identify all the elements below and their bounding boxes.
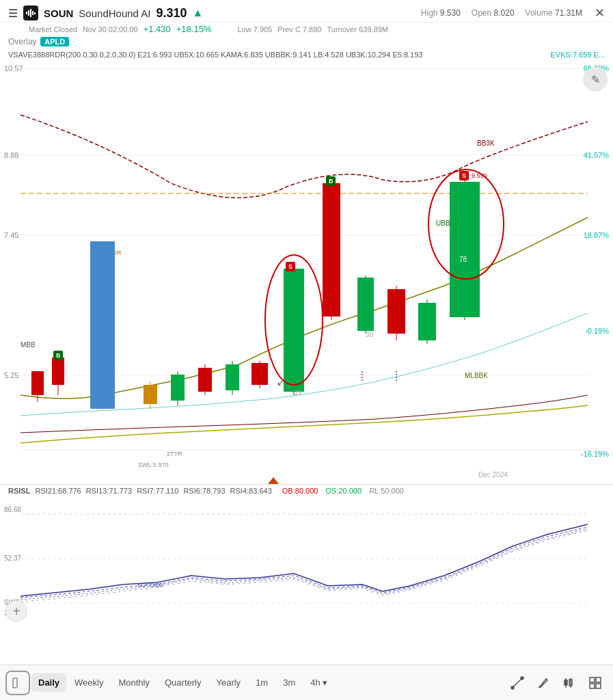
rsi-main-label: RSISL (8, 487, 30, 495)
svg-text:↙: ↙ (277, 377, 284, 388)
indicator-bar: VSAVE3888RDR(200.0,30.0,2.0,30.0) E21:6.… (0, 49, 613, 60)
indicator-text: VSAVE3888RDR(200.0,30.0,2.0,30.0) E21:6.… (8, 51, 422, 59)
svg-rect-54 (596, 684, 601, 688)
svg-text:S: S (288, 263, 292, 270)
candle-1 (31, 371, 44, 395)
svg-rect-0 (26, 12, 27, 14)
candle-6 (198, 368, 212, 392)
draw-line-button[interactable] (505, 671, 530, 695)
svg-rect-1 (28, 10, 29, 16)
main-chart[interactable]: 10.57 8.88 7.45 5.25 68.60% 41.57% 18.87… (0, 60, 613, 484)
svg-text:78: 78 (459, 256, 467, 263)
evks-label: EVKS:7.659 E... (551, 51, 605, 59)
rsi-label-bar: RSISL RSI21:68.776 RSI13:71.773 RSI7:77.… (0, 485, 613, 497)
rsi6-val: RSI6:78.793 (183, 487, 225, 495)
grid-layout-button[interactable] (583, 671, 608, 695)
candle-14-big (450, 182, 480, 317)
market-date: Nov 30 02:00:00 (83, 25, 138, 33)
add-indicator-button[interactable]: + (5, 600, 27, 622)
svg-text:B: B (56, 352, 61, 359)
rsi4-val: RSI4:83.643 (230, 487, 272, 495)
svg-rect-44 (13, 678, 17, 688)
candle-7-green (226, 364, 239, 390)
svg-rect-53 (590, 684, 595, 688)
rsi13-val: RSI13:71.773 (86, 487, 132, 495)
4h-button[interactable]: 4h ▾ (303, 673, 334, 692)
bb3k-line (21, 115, 588, 198)
ticker-symbol[interactable]: SOUN (44, 8, 73, 19)
candle-10 (323, 183, 340, 317)
quarterly-button[interactable]: Quarterly (158, 673, 208, 692)
candle-9-big (284, 269, 304, 392)
svg-rect-51 (590, 677, 595, 682)
turnover-stat: Turnover 639.89M (327, 25, 387, 33)
price-change-pct: +18.15% (176, 24, 212, 34)
candle-8 (251, 363, 268, 385)
candle-11 (357, 278, 374, 331)
header-row2: Market Closed Nov 30 02:00:00 +1.430 +18… (0, 23, 613, 34)
overlay-bar: Overlay APLD (0, 34, 613, 49)
open-stat: Open 8.020 (472, 8, 515, 18)
svg-text:52.37: 52.37 (4, 554, 21, 562)
mlbbk-label: MLBBK (465, 372, 488, 379)
stock-logo (23, 5, 38, 21)
company-name: SoundHound AI (79, 8, 150, 19)
svg-rect-52 (596, 677, 601, 682)
1m-button[interactable]: 1m (249, 673, 275, 692)
rsi7-val: RSI7:77.110 (137, 487, 178, 495)
yearly-button[interactable]: Yearly (209, 673, 247, 692)
candlestick-type-button[interactable] (557, 671, 582, 695)
candle-orange (144, 385, 157, 404)
rsi-rl: RL:50.000 (369, 487, 404, 495)
candle-5-green (171, 375, 185, 401)
expand-button[interactable] (5, 671, 30, 695)
overlay-tag[interactable]: APLD (40, 37, 69, 46)
high-stat: High 9.530 (421, 8, 461, 18)
svg-text:2TTR: 2TTR (167, 450, 182, 457)
bottom-toolbar: Daily Weekly Monthly Quarterly Yearly 1m… (0, 664, 613, 700)
rsi-ob: OB:80.000 (282, 487, 318, 495)
daily-button[interactable]: Daily (31, 673, 66, 692)
price-stats: High 9.530 Open 8.020 Volume 71.31M (421, 8, 582, 18)
prevc-stat: Prev C 7.880 (277, 25, 321, 33)
candle-12 (387, 289, 405, 334)
low-stat: Low 7.905 (237, 25, 272, 33)
mbb-text: MBB (21, 341, 36, 349)
svg-text:B: B (329, 178, 333, 185)
svg-rect-3 (32, 11, 33, 15)
draw-pen-button[interactable] (531, 671, 556, 695)
svg-text:39: 39 (294, 389, 302, 396)
triangle-marker (268, 477, 279, 484)
current-price: 9.310 (156, 6, 187, 21)
chart-svg: BB3K UBBBK MLBBK MBB RDR B (0, 60, 613, 484)
svg-rect-2 (30, 9, 31, 17)
dec-label: Dec 2024 (478, 471, 508, 479)
chart-edit-button[interactable]: ✎ (583, 67, 608, 92)
svg-text:SWL:5.970: SWL:5.970 (138, 461, 169, 468)
rsi-line-4 (21, 530, 588, 602)
candle-blue (90, 241, 115, 409)
rsi-line-3 (21, 529, 588, 600)
svg-point-45 (511, 686, 514, 689)
menu-icon[interactable]: ☰ (8, 7, 18, 20)
3m-button[interactable]: 3m (276, 673, 302, 692)
price-arrow: ▲ (192, 7, 203, 19)
market-status: Market Closed (29, 25, 77, 33)
svg-text:YI2*7X50: YI2*7X50 (137, 582, 163, 589)
header-row1: ☰ SOUN SoundHound AI 9.310 ▲ High 9.530 … (0, 0, 613, 23)
rsi-panel: RSISL RSI21:68.776 RSI13:71.773 RSI7:77.… (0, 484, 613, 628)
rsi-svg: YI2*7X50 86.68 52.37 SWT 18.06 (0, 497, 613, 617)
bb3k-label: BB3K (477, 139, 495, 147)
rsi-line-main (21, 524, 588, 596)
price-change: +1.430 (144, 24, 171, 34)
svg-point-46 (521, 677, 523, 679)
weekly-button[interactable]: Weekly (68, 673, 110, 692)
svg-rect-4 (34, 12, 36, 14)
svg-text:S: S (462, 172, 466, 179)
svg-rect-48 (564, 680, 567, 685)
svg-text:38: 38 (366, 331, 374, 338)
close-button[interactable]: ✕ (595, 5, 605, 21)
candle-2 (52, 358, 64, 385)
svg-text:86.68: 86.68 (4, 506, 21, 513)
monthly-button[interactable]: Monthly (111, 673, 156, 692)
